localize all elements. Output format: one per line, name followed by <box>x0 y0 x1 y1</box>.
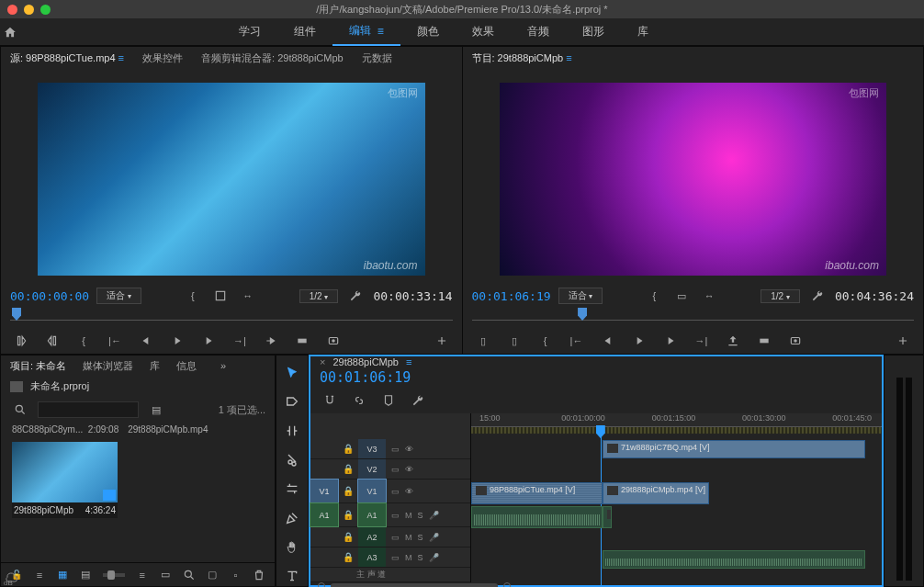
track-a3[interactable]: A3 <box>358 547 386 567</box>
workspace-tab-graphics[interactable]: 图形 <box>566 18 621 46</box>
project-search-input[interactable] <box>38 401 139 418</box>
source-monitor-video[interactable]: 包图网 ibaotu.com <box>38 83 425 276</box>
library-tab[interactable]: 库 <box>150 359 160 373</box>
source-add-button-icon[interactable] <box>431 332 453 350</box>
project-tabs-overflow-icon[interactable]: » <box>213 356 233 375</box>
bin-item-2[interactable]: 29t888piCMpb.mp4 <box>128 424 208 435</box>
p-lift-icon[interactable] <box>722 332 744 350</box>
a2-solo[interactable]: S <box>418 533 423 542</box>
tl-settings-icon[interactable] <box>408 391 428 410</box>
workspace-tab-editing[interactable]: 编辑 ≡ <box>332 18 400 46</box>
v2-eye-icon[interactable]: 👁 <box>405 465 413 474</box>
source-timecode-in[interactable]: 00:00:00:00 <box>10 289 89 303</box>
sequence-name[interactable]: 29t888piCMpb <box>332 356 399 367</box>
program-compare-icon[interactable]: ↔ <box>699 287 719 305</box>
p-export-frame-icon[interactable] <box>784 332 806 350</box>
list-view-icon[interactable]: ≡ <box>33 566 45 584</box>
tl-linked-selection-icon[interactable] <box>349 391 369 410</box>
v1-source-patch[interactable]: V1 <box>310 480 338 502</box>
track-master[interactable]: 主 声 道 <box>356 569 386 581</box>
workspace-tab-effects[interactable]: 效果 <box>456 18 511 46</box>
p-mark-out-icon[interactable]: ▯ <box>503 332 525 350</box>
sort-icon[interactable]: ≡ <box>136 566 148 584</box>
v1-lock-icon[interactable]: 🔒 <box>338 482 358 501</box>
clip-v1-2[interactable]: 29t888piCMpb.mp4 [V] <box>603 482 709 504</box>
window-minimize-button[interactable] <box>24 5 34 15</box>
timeline-clips-area[interactable]: 71w888piC7BQ.mp4 [V] 98P888piCTue.mp4 [V… <box>471 439 882 582</box>
selection-tool-icon[interactable] <box>281 363 303 383</box>
workspace-tab-audio[interactable]: 音频 <box>511 18 566 46</box>
program-brace-left-icon[interactable]: { <box>644 287 664 305</box>
program-ruler[interactable] <box>472 308 915 328</box>
window-zoom-button[interactable] <box>40 5 51 15</box>
source-fit-select[interactable]: 适合 ▾ <box>96 288 141 304</box>
trash-icon[interactable] <box>253 566 265 584</box>
p-step-back-icon[interactable] <box>597 332 619 350</box>
audio-clip-mixer-tab[interactable]: 音频剪辑混合器: 29t888piCMpb <box>201 51 344 65</box>
program-fit-select[interactable]: 适合 ▾ <box>558 288 603 304</box>
program-timecode-in[interactable]: 00:01:06:19 <box>472 289 551 303</box>
workspace-tab-color[interactable]: 颜色 <box>400 18 456 46</box>
a2-voice-icon[interactable]: 🎤 <box>429 533 439 542</box>
p-extract-icon[interactable] <box>753 332 775 350</box>
a1-solo[interactable]: S <box>418 511 423 520</box>
thumbnail-size-slider[interactable] <box>103 573 125 577</box>
v2-output-icon[interactable]: ▭ <box>391 465 400 474</box>
a2-lock-icon[interactable]: 🔒 <box>338 528 358 547</box>
filter-icon[interactable]: ▤ <box>146 401 166 419</box>
workspace-tab-learn[interactable]: 学习 <box>222 18 277 46</box>
p-mark-clip-icon[interactable]: { <box>535 332 557 350</box>
export-frame-icon[interactable] <box>322 332 344 350</box>
info-tab[interactable]: 信息 <box>176 359 197 373</box>
go-to-in-icon[interactable]: |← <box>104 332 126 350</box>
step-back-icon[interactable] <box>135 332 157 350</box>
a1-lock-icon[interactable]: 🔒 <box>338 506 358 525</box>
a1-voice-icon[interactable]: 🎤 <box>429 511 439 520</box>
a3-lock-icon[interactable]: 🔒 <box>338 548 358 567</box>
program-zoom-select[interactable]: 1/2 ▾ <box>761 289 800 303</box>
new-item-icon[interactable]: ▫ <box>230 566 242 584</box>
play-icon[interactable] <box>166 332 188 350</box>
a2-output-icon[interactable]: ▭ <box>391 533 400 542</box>
metadata-tab[interactable]: 元数据 <box>362 51 392 65</box>
v2-lock-icon[interactable]: 🔒 <box>338 460 358 479</box>
media-browser-tab[interactable]: 媒体浏览器 <box>83 359 133 373</box>
slip-tool-icon[interactable] <box>281 480 303 500</box>
timeline-ruler[interactable]: 15:00 00:01:00:00 00:01:15:00 00:01:30:0… <box>471 413 882 439</box>
program-wrench-icon[interactable] <box>807 287 828 305</box>
a1-mute[interactable]: M <box>405 511 412 520</box>
mark-out-icon[interactable] <box>41 332 63 350</box>
mark-in-icon[interactable] <box>10 332 32 350</box>
clip-v3[interactable]: 71w888piC7BQ.mp4 [V] <box>603 440 865 458</box>
go-to-out-icon[interactable]: →| <box>229 332 251 350</box>
a3-output-icon[interactable]: ▭ <box>391 553 400 562</box>
p-play-icon[interactable] <box>628 332 650 350</box>
program-monitor-video[interactable]: 包图网 ibaotu.com <box>500 83 887 276</box>
auto-sequence-icon[interactable]: ▭ <box>159 566 171 584</box>
track-a2[interactable]: A2 <box>358 527 386 547</box>
insert-icon[interactable] <box>260 332 282 350</box>
mark-clip-icon[interactable]: { <box>73 332 95 350</box>
track-a1[interactable]: A1 <box>358 503 386 526</box>
a2-mute[interactable]: M <box>405 533 412 542</box>
tl-snap-icon[interactable] <box>320 391 340 410</box>
source-compare-icon[interactable]: ↔ <box>238 287 258 305</box>
v3-output-icon[interactable]: ▭ <box>391 445 400 454</box>
v1-output-icon[interactable]: ▭ <box>391 487 400 496</box>
source-settings-icon[interactable] <box>210 287 231 305</box>
p-go-to-out-icon[interactable]: →| <box>691 332 713 350</box>
home-button[interactable] <box>0 23 20 41</box>
clip-a1-1[interactable] <box>471 506 603 528</box>
timeline-timecode[interactable]: 00:01:06:19 <box>320 369 411 386</box>
pen-tool-icon[interactable] <box>281 508 303 528</box>
window-close-button[interactable] <box>7 5 17 15</box>
workspace-overflow-button[interactable] <box>674 18 700 37</box>
new-bin-icon[interactable]: ▢ <box>207 566 219 584</box>
track-v2[interactable]: V2 <box>358 459 386 479</box>
source-wrench-icon[interactable] <box>345 287 366 305</box>
source-ruler[interactable] <box>10 308 453 328</box>
tl-zoom-scrollbar[interactable] <box>331 583 498 587</box>
tl-zoom-out-handle[interactable] <box>318 582 325 587</box>
v1-eye-icon[interactable]: 👁 <box>405 487 413 496</box>
a1-source-patch[interactable]: A1 <box>310 503 338 526</box>
